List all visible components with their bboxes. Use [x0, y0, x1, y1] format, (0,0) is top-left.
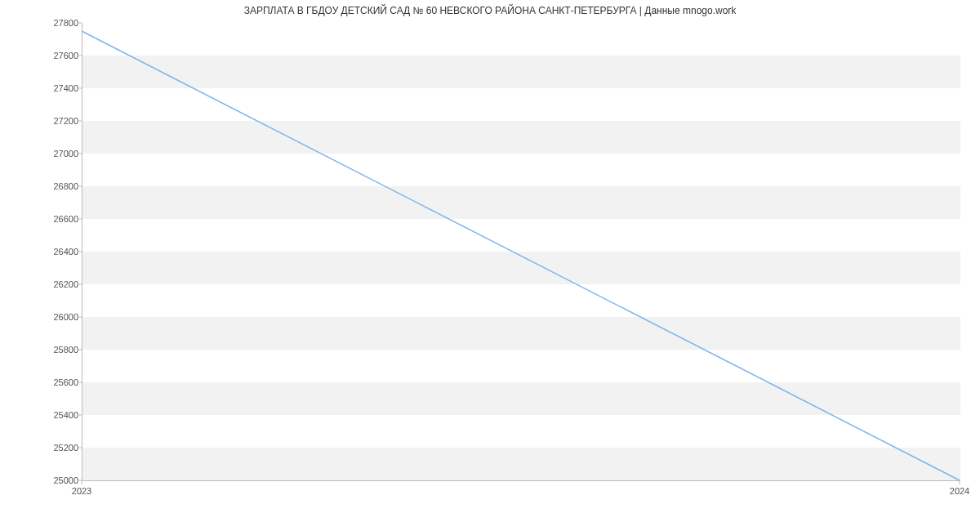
x-tick-label: 2023	[72, 486, 91, 496]
y-tick-label: 25200	[38, 443, 78, 453]
chart-container: ЗАРПЛАТА В ГБДОУ ДЕТСКИЙ САД № 60 НЕВСКО…	[0, 0, 980, 531]
y-tick-label: 25000	[38, 475, 78, 485]
y-tick-label: 27000	[38, 149, 78, 158]
line-layer	[82, 23, 960, 480]
x-tick-mark	[82, 480, 82, 484]
x-tick-label: 2024	[950, 486, 969, 496]
y-tick-mark	[78, 154, 82, 154]
y-tick-label: 26800	[38, 181, 78, 191]
y-tick-label: 27800	[38, 18, 78, 28]
y-tick-label: 25400	[38, 410, 78, 420]
y-tick-mark	[78, 186, 82, 187]
series-line	[82, 31, 960, 480]
y-tick-label: 27600	[38, 51, 78, 60]
y-tick-label: 26200	[38, 279, 78, 289]
y-tick-mark	[78, 219, 82, 220]
y-tick-mark	[78, 415, 82, 416]
y-tick-label: 27400	[38, 83, 78, 93]
y-tick-mark	[78, 56, 82, 56]
y-tick-label: 26000	[38, 312, 78, 322]
y-tick-mark	[78, 382, 82, 383]
y-tick-mark	[78, 284, 82, 285]
chart-title: ЗАРПЛАТА В ГБДОУ ДЕТСКИЙ САД № 60 НЕВСКО…	[0, 5, 980, 16]
x-tick-mark	[960, 480, 960, 484]
y-tick-label: 25600	[38, 377, 78, 387]
y-tick-mark	[78, 350, 82, 350]
y-tick-mark	[78, 121, 82, 122]
y-tick-label: 27200	[38, 116, 78, 126]
y-tick-mark	[78, 252, 82, 252]
y-tick-mark	[78, 317, 82, 318]
y-tick-label: 25800	[38, 345, 78, 355]
y-tick-label: 26400	[38, 247, 78, 257]
y-tick-label: 26600	[38, 214, 78, 224]
y-tick-mark	[78, 23, 82, 24]
y-tick-mark	[78, 88, 82, 89]
y-tick-mark	[78, 448, 82, 448]
